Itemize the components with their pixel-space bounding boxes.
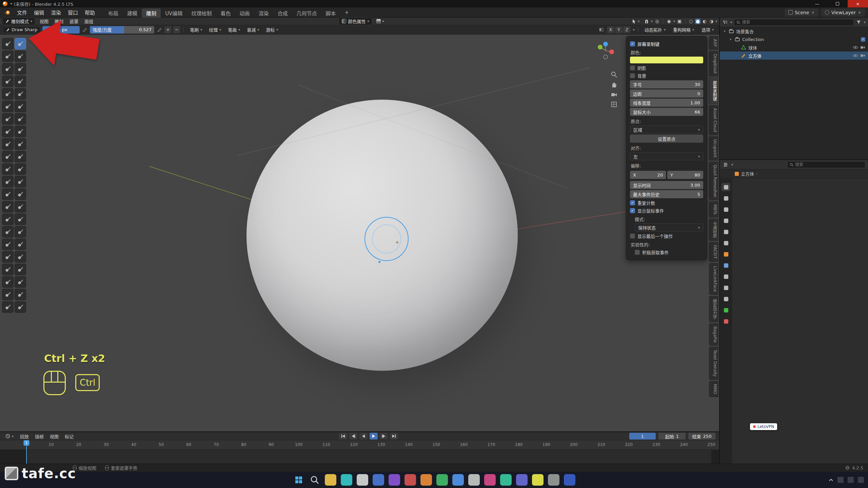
sidebar-tab-绑定动力学[interactable]: 绑定动力学 <box>709 296 718 322</box>
brush-subtract-icon[interactable]: − <box>173 26 180 33</box>
font-size-field[interactable]: 字号30 <box>630 80 703 88</box>
camera-view-icon[interactable] <box>610 90 618 99</box>
tool-snake-hook[interactable] <box>15 138 26 150</box>
background-checkbox[interactable] <box>630 73 635 78</box>
outliner-item-立方体[interactable]: 立方体 <box>720 52 868 60</box>
sidebar-tab-Quad Remesher[interactable]: Quad Remesher <box>709 162 718 200</box>
chevron-down-icon[interactable]: ▾ <box>673 19 675 23</box>
sidebar-tab-屏幕录制键[interactable]: 屏幕录制键 <box>709 78 718 104</box>
jump-next-keyframe-button[interactable] <box>380 433 388 440</box>
tool-fill[interactable] <box>15 101 26 112</box>
play-button[interactable] <box>370 433 378 440</box>
tool-mesh-filter[interactable] <box>2 276 14 288</box>
shading-material-icon[interactable]: ◐ <box>702 19 707 24</box>
taskbar-app-12-icon[interactable] <box>468 474 480 486</box>
minimize-button[interactable]: — <box>807 0 827 7</box>
jump-to-end-button[interactable] <box>390 433 398 440</box>
brush-panel-笔刷[interactable]: 笔刷▾ <box>187 26 205 33</box>
tool-clay[interactable] <box>2 50 14 62</box>
brush-panel-笔画[interactable]: 笔画▾ <box>225 26 243 33</box>
offset-x-field[interactable]: X20 <box>630 171 666 179</box>
network-icon[interactable] <box>848 477 854 483</box>
taskbar-search-icon[interactable] <box>309 474 320 486</box>
workspace-tab-几何节点[interactable]: 几何节点 <box>292 8 321 18</box>
close-button[interactable]: × <box>848 0 868 7</box>
jump-to-start-button[interactable] <box>339 433 347 440</box>
taskbar-app-17-icon[interactable] <box>548 474 559 486</box>
menu-窗口[interactable]: 窗口 <box>64 8 81 17</box>
taskbar-start-icon[interactable] <box>293 474 304 486</box>
taskbar-app-16-icon[interactable] <box>532 474 544 486</box>
workspace-tab-纹理绘制[interactable]: 纹理绘制 <box>187 8 216 18</box>
taskbar-app-13-icon[interactable] <box>484 474 496 486</box>
properties-search-input[interactable] <box>795 162 863 167</box>
filter-icon[interactable] <box>856 19 862 25</box>
outliner-item-场景集合[interactable]: ▾场景集合 <box>720 27 868 35</box>
screencast-enable-checkbox[interactable]: ✓ <box>630 41 635 46</box>
timeline-editor-type[interactable]: ▾ <box>3 433 16 439</box>
tool-crease[interactable] <box>2 88 14 100</box>
render-visibility-icon[interactable] <box>860 45 865 49</box>
taskbar-app-11-icon[interactable] <box>452 474 464 486</box>
navigation-gizmo[interactable] <box>596 41 615 60</box>
repeat-count-checkbox[interactable]: ✓ <box>630 200 635 205</box>
outliner-item-球体[interactable]: 球体 <box>720 43 868 52</box>
collection-checkbox[interactable]: ✓ <box>861 37 865 42</box>
volume-icon[interactable] <box>858 477 864 483</box>
header-panel-选项[interactable]: 选项▾ <box>699 26 716 33</box>
menu-编辑[interactable]: 编辑 <box>31 8 47 17</box>
sidebar-tab-MMD[interactable]: MMD <box>709 381 718 397</box>
properties-tab-object[interactable] <box>722 250 730 258</box>
xray-toggle-icon[interactable]: ▣ <box>676 18 683 24</box>
color-swatch[interactable] <box>630 57 703 63</box>
strength-pressure-icon[interactable] <box>156 27 162 33</box>
tool-box-mask[interactable] <box>15 239 26 250</box>
display-time-field[interactable]: 显示时间3.00 <box>630 181 703 189</box>
timeline-menu-插帧[interactable]: 插帧 <box>32 433 47 440</box>
properties-tab-particles[interactable] <box>722 272 730 281</box>
tool-rotate[interactable] <box>15 163 26 175</box>
chevron-down-icon[interactable]: ▾ <box>633 28 635 32</box>
properties-tab-physics[interactable] <box>722 284 730 292</box>
properties-tab-world[interactable] <box>722 239 730 247</box>
tool-clay-thumb[interactable] <box>2 63 14 75</box>
tray-chevron-up-icon[interactable] <box>829 478 833 482</box>
outliner-search[interactable] <box>734 19 854 26</box>
chevron-down-icon[interactable]: ▾ <box>651 19 653 23</box>
tool-flatten[interactable] <box>2 101 14 112</box>
tool-grab[interactable] <box>15 126 26 137</box>
tool-thumb[interactable] <box>2 151 14 162</box>
letsvpn-button[interactable]: LetsVPN <box>750 423 777 430</box>
proportional-editing-icon[interactable]: ◎ <box>654 18 660 24</box>
tool-box-trim[interactable] <box>2 264 14 275</box>
mode-dropdown[interactable]: 保持状态▾ <box>635 223 703 231</box>
viewport-3d[interactable]: ✛ <box>0 35 719 431</box>
unlink-scene-icon[interactable]: × <box>811 10 815 15</box>
zoom-tool-icon[interactable] <box>610 70 618 79</box>
sidebar-tab-Dropblast[interactable]: Dropblast <box>709 51 718 77</box>
mode-selector[interactable]: 雕刻模式▾ <box>2 17 35 25</box>
tool-draw[interactable] <box>2 38 14 49</box>
timeline-ruler[interactable]: 1020304050607080901001101201301401501601… <box>0 440 719 450</box>
tool-multires-displacement-smear[interactable] <box>15 214 26 225</box>
tool-scale[interactable] <box>15 289 26 300</box>
tool-inflate[interactable] <box>2 76 14 87</box>
perspective-toggle-icon[interactable] <box>610 100 618 109</box>
properties-search[interactable] <box>787 161 865 168</box>
sidebar-tab-MBTs[interactable]: MBTs <box>709 201 718 218</box>
tool-draw-sharp[interactable] <box>15 38 26 49</box>
properties-tab-tool[interactable] <box>722 183 730 191</box>
properties-editor-type-icon[interactable] <box>723 162 729 168</box>
workspace-tab-雕刻[interactable]: 雕刻 <box>142 8 161 18</box>
outliner-editor-type-icon[interactable] <box>722 19 728 25</box>
outliner-item-Collection[interactable]: ▾Collection✓ <box>720 35 868 43</box>
properties-tab-modifiers[interactable] <box>722 261 730 269</box>
workspace-tab-UV编辑[interactable]: UV编辑 <box>161 8 187 18</box>
tool-annotate[interactable] <box>15 301 26 313</box>
sidebar-tab-Asset Cloud[interactable]: Asset Cloud <box>709 105 718 135</box>
tool-color-filter[interactable] <box>2 239 14 250</box>
sidebar-tab-FACEIT[interactable]: FACEIT <box>709 242 718 262</box>
maximize-button[interactable] <box>827 0 848 7</box>
taskbar-explorer-icon[interactable] <box>325 474 336 486</box>
render-visibility-icon[interactable] <box>860 54 865 58</box>
